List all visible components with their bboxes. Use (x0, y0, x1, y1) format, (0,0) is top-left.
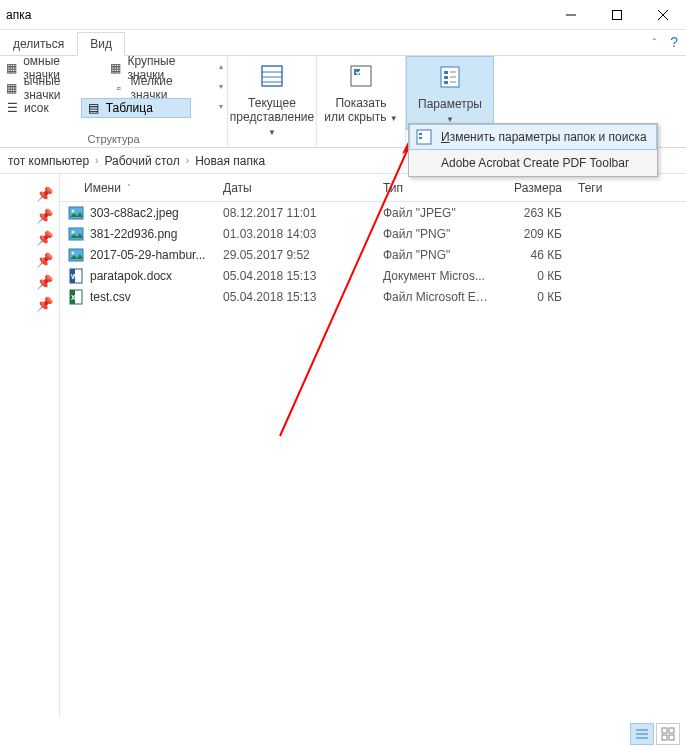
current-view-icon (256, 60, 288, 92)
chevron-right-icon[interactable]: › (95, 155, 98, 166)
file-size: 46 КБ (490, 248, 570, 262)
view-thumbnails-button[interactable] (656, 723, 680, 745)
view-details-button[interactable] (630, 723, 654, 745)
file-row[interactable]: 303-c88ac2.jpeg08.12.2017 11:01Файл "JPE… (60, 202, 686, 223)
parameters-dropdown: Изменить параметры папок и поиска Adobe … (408, 123, 658, 177)
file-type: Файл Microsoft Ex... (375, 290, 490, 304)
ribbon-group-showhide: Показать или скрыть ▼ (317, 56, 406, 147)
svg-rect-40 (669, 735, 674, 740)
breadcrumb-pc[interactable]: тот компьютер (8, 154, 89, 168)
minimize-button[interactable] (548, 0, 594, 30)
parameters-button[interactable]: Параметры▼ (406, 56, 494, 130)
dropdown-change-folder-options[interactable]: Изменить параметры папок и поиска (409, 124, 657, 150)
dropdown-label: Adobe Acrobat Create PDF Toolbar (441, 156, 629, 170)
file-name: test.csv (90, 290, 131, 304)
file-size: 0 КБ (490, 269, 570, 283)
chevron-down-icon: ▼ (268, 128, 276, 137)
pin-icon[interactable]: 📌 (0, 270, 59, 292)
col-date[interactable]: Даты (215, 181, 375, 195)
file-row[interactable]: Xtest.csv05.04.2018 15:13Файл Microsoft … (60, 286, 686, 307)
sort-arrow-icon: ˄ (127, 183, 131, 192)
file-type: Документ Micros... (375, 269, 490, 283)
pin-icon[interactable]: 📌 (0, 226, 59, 248)
file-name: 303-c88ac2.jpeg (90, 206, 179, 220)
col-size[interactable]: Размера (490, 181, 570, 195)
file-date: 05.04.2018 15:13 (215, 290, 375, 304)
list-icon: ☰ (4, 100, 20, 116)
show-hide-button[interactable]: Показать или скрыть ▼ (317, 56, 405, 128)
tab-share[interactable]: делиться (0, 32, 77, 56)
parameters-icon (434, 61, 466, 93)
status-bar (630, 721, 686, 747)
medium-icons-icon: ▦ (4, 80, 20, 96)
svg-point-21 (72, 209, 75, 212)
file-date: 29.05.2017 9:52 (215, 248, 375, 262)
file-type-icon: X (68, 289, 84, 305)
svg-rect-19 (419, 137, 422, 139)
file-type-icon (68, 226, 84, 242)
svg-point-25 (72, 251, 75, 254)
file-row[interactable]: Wparatapok.docx05.04.2018 15:13Документ … (60, 265, 686, 286)
col-name[interactable]: Имени˄ (60, 181, 215, 195)
file-type: Файл "JPEG" (375, 206, 490, 220)
col-type[interactable]: Тип (375, 181, 490, 195)
file-row[interactable]: 2017-05-29-hambur...29.05.2017 9:52Файл … (60, 244, 686, 265)
file-pane: Имени˄ Даты Тип Размера Теги 303-c88ac2.… (60, 174, 686, 718)
window-title: апка (0, 8, 31, 22)
svg-rect-4 (262, 66, 282, 86)
pin-icon[interactable]: 📌 (0, 204, 59, 226)
column-headers: Имени˄ Даты Тип Размера Теги (60, 174, 686, 202)
svg-rect-18 (419, 133, 422, 135)
svg-text:W: W (71, 273, 78, 280)
chevron-right-icon[interactable]: › (186, 155, 189, 166)
col-tags[interactable]: Теги (570, 181, 620, 195)
layout-scroll[interactable]: ▴▾▾ (215, 56, 227, 116)
file-type: Файл "PNG" (375, 248, 490, 262)
file-row[interactable]: 381-22d936.png01.03.2018 14:03Файл "PNG"… (60, 223, 686, 244)
svg-rect-39 (662, 735, 667, 740)
file-date: 01.03.2018 14:03 (215, 227, 375, 241)
svg-rect-24 (69, 249, 83, 261)
dropdown-adobe-toolbar[interactable]: Adobe Acrobat Create PDF Toolbar (409, 150, 657, 176)
svg-text:X: X (71, 294, 76, 301)
breadcrumb-folder[interactable]: Новая папка (195, 154, 265, 168)
file-type-icon: W (68, 268, 84, 284)
layout-list[interactable]: ☰исок (4, 100, 49, 116)
blank-icon (415, 154, 433, 172)
ribbon-group-layout: ▦омные значки ▦Крупные значки ▦ычные зна… (0, 56, 228, 147)
tab-view[interactable]: Вид (77, 32, 125, 56)
layout-table[interactable]: ▤Таблица (81, 98, 191, 118)
svg-rect-13 (444, 76, 448, 79)
svg-rect-22 (69, 228, 83, 240)
svg-rect-11 (444, 71, 448, 74)
breadcrumb-desktop[interactable]: Рабочий стол (104, 154, 179, 168)
dropdown-label: Изменить параметры папок и поиска (441, 130, 647, 144)
file-name: paratapok.docx (90, 269, 172, 283)
svg-rect-1 (613, 10, 622, 19)
ribbon-tabs: делиться Вид ˆ ? (0, 30, 686, 56)
small-icons-icon: ▫ (111, 80, 127, 96)
pin-icon[interactable]: 📌 (0, 182, 59, 204)
pin-icon[interactable]: 📌 (0, 248, 59, 270)
title-bar: апка (0, 0, 686, 30)
help-icon[interactable]: ? (670, 34, 678, 50)
file-size: 0 КБ (490, 290, 570, 304)
svg-rect-15 (444, 81, 448, 84)
group-label-structure: Структура (0, 133, 227, 147)
file-size: 209 КБ (490, 227, 570, 241)
maximize-button[interactable] (594, 0, 640, 30)
close-button[interactable] (640, 0, 686, 30)
current-view-button[interactable]: Текущее представление ▼ (228, 56, 316, 142)
file-date: 08.12.2017 11:01 (215, 206, 375, 220)
main-area: 📌 📌 📌 📌 📌 📌 Имени˄ Даты Тип Размера Теги… (0, 174, 686, 718)
file-type: Файл "PNG" (375, 227, 490, 241)
folder-options-icon (415, 128, 433, 146)
ribbon-group-currentview: Текущее представление ▼ (228, 56, 317, 147)
pin-icon[interactable]: 📌 (0, 292, 59, 314)
table-icon: ▤ (86, 100, 102, 116)
window-controls (548, 0, 686, 30)
ribbon-collapse-icon[interactable]: ˆ (653, 38, 656, 49)
svg-rect-20 (69, 207, 83, 219)
file-name: 381-22d936.png (90, 227, 177, 241)
file-size: 263 КБ (490, 206, 570, 220)
